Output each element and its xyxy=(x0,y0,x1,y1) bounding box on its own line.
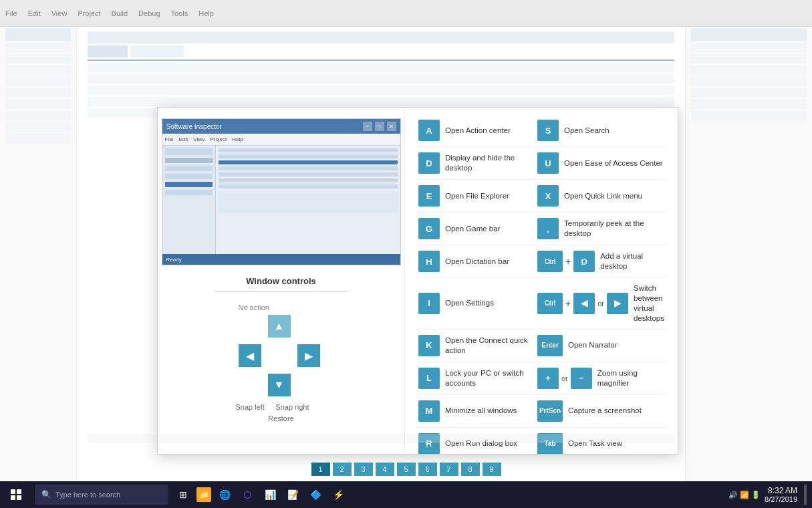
shortcut-item: +or−Zoom using magnifier xyxy=(535,362,667,395)
shortcut-item: Ctrl+DAdd a virtual desktop xyxy=(535,245,667,278)
taskbar-right: 🔊 📶 🔋 8:32 AM 8/27/2019 xyxy=(728,485,812,505)
shortcut-desc: Open Search xyxy=(564,126,610,136)
shortcut-item: ,Temporarily peek at the desktop xyxy=(535,213,667,245)
shortcut-desc: Open Dictation bar xyxy=(445,257,509,267)
page-indicator-9[interactable]: 9 xyxy=(483,463,501,476)
shortcut-item: UOpen Ease of Access Center xyxy=(535,147,667,180)
page-indicator-3[interactable]: 3 xyxy=(354,463,373,476)
shortcut-desc: Open Game bar xyxy=(445,224,500,234)
shortcut-desc: Open the Connect quick action xyxy=(445,336,532,356)
right-panel xyxy=(685,27,812,481)
shortcut-desc: Display and hide the desktop xyxy=(445,153,532,173)
shortcut-desc: Temporarily peek at the desktop xyxy=(564,219,664,239)
shortcut-item: EnterOpen Narrator xyxy=(535,330,667,362)
svg-rect-1 xyxy=(17,489,21,494)
snap-up-button[interactable]: ▲ xyxy=(268,315,291,338)
explorer-icon[interactable]: 📁 xyxy=(196,487,211,502)
shortcut-item: AOpen Action center xyxy=(416,114,535,147)
task-view-icon[interactable]: ⊞ xyxy=(174,485,192,504)
page-indicator-1[interactable]: 1 xyxy=(311,463,330,476)
shortcut-desc: Switch between virtual desktops xyxy=(634,283,664,324)
snap-left-label: Snap left xyxy=(236,403,265,411)
shortcut-desc: Capture a screenshot xyxy=(568,406,642,416)
shortcut-desc: Add a virtual desktop xyxy=(600,251,664,271)
shortcut-item: DDisplay and hide the desktop xyxy=(416,147,535,180)
shortcut-desc: Open Ease of Access Center xyxy=(564,158,663,168)
restore-label: Restore xyxy=(268,414,294,422)
shortcut-item: LLock your PC or switch accounts xyxy=(416,362,535,395)
shortcut-item: PrtScnCapture a screenshot xyxy=(535,395,667,428)
shortcut-item: EOpen File Explorer xyxy=(416,180,535,213)
shortcut-item: IOpen Settings xyxy=(416,278,535,330)
snap-right-button[interactable]: ▶ xyxy=(297,344,320,367)
show-desktop-button[interactable] xyxy=(804,485,807,505)
main-content: Software Inspector − □ ✕ File Edit View … xyxy=(0,27,812,481)
shortcut-desc: Zoom using magnifier xyxy=(597,368,664,388)
no-action-label: No action xyxy=(239,303,269,311)
shortcut-desc: Minimize all windows xyxy=(445,406,517,416)
snap-left-button[interactable]: ◀ xyxy=(239,344,261,367)
shortcut-desc: Lock your PC or switch accounts xyxy=(445,368,532,388)
shortcut-desc: Open Settings xyxy=(445,298,494,308)
svg-rect-3 xyxy=(17,495,21,500)
taskbar-clock: 8:32 AM 8/27/2019 xyxy=(765,486,797,503)
search-placeholder: Type here to search xyxy=(55,491,120,499)
svg-rect-0 xyxy=(11,489,15,494)
taskbar-search[interactable]: 🔍 Type here to search xyxy=(35,485,168,505)
vs-icon[interactable]: ⬡ xyxy=(238,485,257,504)
app3-icon[interactable]: 🔷 xyxy=(306,485,325,504)
taskbar-icons: ⊞ 📁 🌐 ⬡ 📊 📝 🔷 ⚡ xyxy=(174,485,348,504)
shortcut-item: XOpen Quick Link menu xyxy=(535,180,667,213)
shortcut-item: SOpen Search xyxy=(535,114,667,147)
page-indicator-5[interactable]: 5 xyxy=(397,463,416,476)
page-indicator-7[interactable]: 7 xyxy=(440,463,458,476)
start-button[interactable] xyxy=(0,481,32,508)
page-indicator-6[interactable]: 6 xyxy=(418,463,437,476)
window-controls-title: Window controls xyxy=(246,276,316,286)
app2-icon[interactable]: 📝 xyxy=(283,485,302,504)
center-content: Software Inspector − □ ✕ File Edit View … xyxy=(77,27,685,481)
page-indicator-4[interactable]: 4 xyxy=(376,463,394,476)
svg-rect-2 xyxy=(11,495,15,500)
page-indicators: 123456789 xyxy=(311,463,501,476)
shortcut-item: MMinimize all windows xyxy=(416,395,535,428)
shortcut-desc: Open File Explorer xyxy=(445,191,509,201)
snap-down-button[interactable]: ▼ xyxy=(268,374,291,396)
shortcut-item: KOpen the Connect quick action xyxy=(416,330,535,362)
shortcut-desc: Open Action center xyxy=(445,126,511,136)
app1-icon[interactable]: 📊 xyxy=(261,485,279,504)
app4-icon[interactable]: ⚡ xyxy=(329,485,348,504)
left-panel xyxy=(0,27,77,481)
shortcut-item: Ctrl+◀or▶Switch between virtual desktops xyxy=(535,278,667,330)
tooltip-popup: Software Inspector − □ ✕ File Edit View … xyxy=(157,107,678,455)
shortcut-item: GOpen Game bar xyxy=(416,213,535,245)
snap-right-label: Snap right xyxy=(275,403,309,411)
page-indicator-2[interactable]: 2 xyxy=(333,463,352,476)
window-preview-section: Software Inspector − □ ✕ File Edit View … xyxy=(158,108,405,454)
top-bar: File Edit View Project Build Debug Tools… xyxy=(0,0,812,27)
page-indicator-8[interactable]: 8 xyxy=(461,463,480,476)
edge-icon[interactable]: 🌐 xyxy=(215,485,234,504)
shortcut-desc: Open Quick Link menu xyxy=(564,191,642,201)
window-preview: Software Inspector − □ ✕ File Edit View … xyxy=(162,118,401,265)
shortcut-desc: Open Narrator xyxy=(568,340,618,350)
shortcut-item: HOpen Dictation bar xyxy=(416,245,535,278)
shortcuts-section: AOpen Action centerSOpen SearchDDisplay … xyxy=(405,108,678,454)
taskbar: 🔍 Type here to search ⊞ 📁 🌐 ⬡ 📊 📝 🔷 ⚡ 🔊 … xyxy=(0,481,812,508)
system-icons: 🔊 📶 🔋 xyxy=(728,491,761,499)
search-icon: 🔍 xyxy=(41,490,51,499)
